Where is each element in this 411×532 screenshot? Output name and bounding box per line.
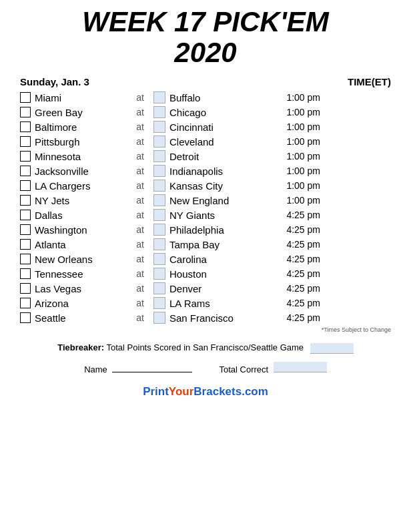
table-row: Atlanta at Tampa Bay 4:25 pm [13,237,398,252]
tiebreaker-label: Tiebreaker: [57,342,104,352]
home-checkbox[interactable] [153,121,165,133]
footer-print: Print [143,385,169,398]
home-team-name: Detroit [169,151,199,162]
table-row: Minnesota at Detroit 1:00 pm [13,149,398,164]
game-time: 4:25 pm [267,224,320,235]
away-checkbox[interactable] [20,136,31,147]
away-checkbox[interactable] [20,195,31,206]
away-team-name: Minnesota [35,151,81,162]
game-time: 1:00 pm [267,92,320,103]
home-checkbox[interactable] [153,180,165,192]
home-team: Denver [153,282,260,294]
at-label: at [127,224,153,235]
home-checkbox[interactable] [153,224,165,236]
page-title: WEEK 17 PICK'EM 2020 [13,7,398,68]
home-team: Chicago [153,106,260,118]
game-time: 4:25 pm [267,312,320,323]
home-team: Detroit [153,150,260,162]
home-team-name: Philadelphia [169,224,224,236]
home-team-name: Kansas City [169,180,223,192]
away-checkbox[interactable] [20,210,31,220]
home-team-name: Cincinnati [169,121,214,133]
home-team-name: New England [169,195,229,206]
home-checkbox[interactable] [153,297,165,309]
home-checkbox[interactable] [153,91,165,103]
home-team-name: LA Rams [169,298,210,309]
table-row: Dallas at NY Giants 4:25 pm [13,208,398,222]
home-team-name: Cleveland [169,136,214,148]
time-header: TIME(ET) [348,76,391,87]
name-input[interactable] [112,362,192,372]
home-team: Cleveland [153,136,260,148]
home-team-name: San Francisco [169,312,234,324]
away-checkbox[interactable] [20,254,31,264]
away-team-name: Baltimore [35,121,77,133]
away-checkbox[interactable] [20,224,31,235]
at-label: at [127,254,153,264]
table-row: Washington at Philadelphia 4:25 pm [13,222,398,237]
home-team: San Francisco [153,312,260,324]
away-team-name: Pittsburgh [35,136,80,148]
table-row: Tennessee at Houston 4:25 pm [13,266,398,281]
away-team-name: New Orleans [35,254,93,265]
away-team: Arizona [20,298,127,309]
home-checkbox[interactable] [153,106,165,118]
table-row: LA Chargers at Kansas City 1:00 pm [13,178,398,193]
at-label: at [127,92,153,103]
game-time: 1:00 pm [267,166,320,176]
away-checkbox[interactable] [20,151,31,162]
home-team-name: Buffalo [169,92,200,103]
away-team: Dallas [20,210,127,221]
away-team-name: Green Bay [35,107,83,118]
home-checkbox[interactable] [153,165,165,177]
home-checkbox[interactable] [153,209,165,221]
home-team-name: Denver [169,283,201,294]
away-checkbox[interactable] [20,166,31,176]
home-checkbox[interactable] [153,194,165,206]
at-label: at [127,195,153,206]
at-label: at [127,136,153,147]
tiebreaker-input[interactable] [310,343,354,354]
at-label: at [127,268,153,279]
total-correct-input[interactable] [274,362,327,372]
table-row: Green Bay at Chicago 1:00 pm [13,105,398,119]
home-team: Houston [153,268,260,280]
away-checkbox[interactable] [20,180,31,191]
times-note: *Times Subject to Change [13,326,398,333]
away-team: Pittsburgh [20,136,127,148]
footer-your: Your [169,385,193,398]
away-team-name: Atlanta [35,239,66,250]
at-label: at [127,180,153,191]
home-checkbox[interactable] [153,268,165,280]
away-team: Seattle [20,312,127,324]
footer-com: com [245,385,268,398]
home-checkbox[interactable] [153,282,165,294]
away-team-name: Miami [35,92,61,103]
name-label: Name [84,364,107,374]
away-checkbox[interactable] [20,283,31,294]
away-checkbox[interactable] [20,239,31,250]
away-team-name: Tennessee [35,268,83,280]
home-team: NY Giants [153,209,260,221]
game-time: 1:00 pm [267,180,320,191]
home-checkbox[interactable] [153,253,165,265]
away-checkbox[interactable] [20,107,31,117]
game-time: 1:00 pm [267,121,320,132]
away-checkbox[interactable] [20,298,31,308]
away-team: Miami [20,92,127,103]
table-row: Las Vegas at Denver 4:25 pm [13,281,398,296]
away-checkbox[interactable] [20,312,31,323]
home-checkbox[interactable] [153,150,165,162]
away-checkbox[interactable] [20,268,31,279]
home-team: Philadelphia [153,224,260,236]
away-team-name: Jacksonville [35,166,89,177]
home-checkbox[interactable] [153,238,165,250]
away-checkbox[interactable] [20,121,31,132]
away-team-name: LA Chargers [35,180,90,192]
home-checkbox[interactable] [153,136,165,148]
home-team: Carolina [153,253,260,265]
away-checkbox[interactable] [20,92,31,103]
away-team: Tennessee [20,268,127,280]
home-checkbox[interactable] [153,312,165,324]
game-time: 4:25 pm [267,283,320,294]
